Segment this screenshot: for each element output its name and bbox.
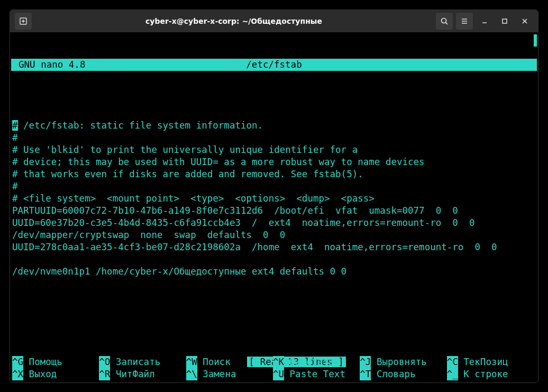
close-button[interactable] (516, 13, 533, 30)
shortcut-bar: ^GПомощь^XВыход^OЗаписать^RЧитФайл^WПоис… (12, 356, 534, 380)
nano-header: /etc/fstab GNU nano 4.8 (11, 59, 537, 71)
svg-point-3 (442, 18, 446, 23)
shortcut-key: ^G (12, 356, 23, 368)
editor-line[interactable]: /dev/mapper/cryptswap none swap defaults… (11, 229, 537, 241)
shortcut-label: Замена (197, 368, 236, 380)
shortcut-item: ^KВырезать (273, 356, 360, 368)
editor-line[interactable]: PARTUUID=60007c72-7b10-47b6-a149-8f0e7c3… (11, 205, 537, 217)
svg-rect-9 (503, 19, 507, 23)
nano-status-row: [ Read 13 lines ] (11, 344, 537, 356)
shortcut-key: ^J (360, 356, 371, 368)
window-title: cyber-x@cyber-x-corp: ~/Общедоступные (33, 17, 434, 25)
shortcut-key: ^R (99, 368, 110, 380)
svg-line-4 (446, 22, 448, 24)
shortcut-label: ТекПозиц (458, 356, 508, 368)
new-tab-button[interactable] (15, 13, 32, 30)
editor-content[interactable]: # /etc/fstab: static file system informa… (11, 120, 537, 278)
shortcut-key: ^X (12, 368, 23, 380)
shortcut-label: К строке (458, 368, 508, 380)
shortcut-label: Помощь (23, 356, 62, 368)
shortcut-key: ^U (273, 368, 284, 380)
shortcut-label: Словарь (371, 368, 415, 380)
search-button[interactable] (436, 13, 453, 30)
cursor: # (12, 120, 18, 131)
shortcut-item: ^GПомощь (12, 356, 99, 368)
titlebar: cyber-x@cyber-x-corp: ~/Общедоступные (10, 10, 538, 32)
terminal-window: cyber-x@cyber-x-corp: ~/Общедоступные /e… (10, 10, 538, 383)
shortcut-item: ^TСловарь (360, 368, 446, 380)
shortcut-item: ^CТекПозиц (447, 356, 534, 368)
editor-line[interactable]: UUID=60e37b20-c3e5-4b4d-8435-c6fa91ccb4e… (11, 217, 537, 229)
minimize-button[interactable] (476, 13, 493, 30)
editor-line[interactable]: # Use 'blkid' to print the universally u… (11, 144, 537, 156)
shortcut-label: ЧитФайл (110, 368, 154, 380)
editor-line[interactable]: # /etc/fstab: static file system informa… (11, 120, 537, 132)
shortcut-key: ^W (186, 356, 197, 368)
shortcut-item: ^JВыровнять (360, 356, 446, 368)
shortcut-item: ^OЗаписать (99, 356, 186, 368)
shortcut-item: ^\Замена (186, 368, 273, 380)
shortcut-key: ^_ (447, 368, 458, 380)
editor-line[interactable]: # (11, 180, 537, 193)
shortcut-item: ^UPaste Text (273, 368, 360, 380)
shortcut-key: ^C (447, 356, 458, 368)
shortcut-item: ^_К строке (447, 368, 534, 380)
shortcut-key: ^\ (186, 368, 197, 380)
editor-line[interactable]: # <file system> <mount point> <type> <op… (11, 193, 537, 205)
nano-filename: /etc/fstab (11, 59, 537, 71)
shortcut-label: Выровнять (371, 356, 426, 368)
editor-line[interactable]: # device; this may be used with UUID= as… (11, 156, 537, 168)
shortcut-item: ^XВыход (12, 368, 99, 380)
shortcut-label: Поиск (197, 356, 231, 368)
scrollbar-thumb[interactable] (534, 34, 537, 47)
shortcut-label: Paste Text (284, 368, 345, 380)
terminal-area[interactable]: /etc/fstab GNU nano 4.8 # /etc/fstab: st… (10, 32, 538, 382)
editor-line[interactable]: UUID=278c0aa1-ae35-4cf3-be07-d28c2198602… (11, 241, 537, 253)
maximize-button[interactable] (496, 13, 513, 30)
shortcut-label: Выход (23, 368, 57, 380)
editor-line[interactable]: # that works even if disks are added and… (11, 168, 537, 180)
shortcut-label: Вырезать (284, 356, 334, 368)
shortcut-item: ^WПоиск (186, 356, 273, 368)
editor-line[interactable] (11, 253, 537, 266)
editor-line[interactable]: /dev/nvme0n1p1 /home/cyber-x/Общедоступн… (11, 266, 537, 278)
shortcut-key: ^K (273, 356, 284, 368)
editor-line[interactable]: # (11, 132, 537, 144)
shortcut-item: ^RЧитФайл (99, 368, 186, 380)
shortcut-key: ^O (99, 356, 110, 368)
shortcut-key: ^T (360, 368, 371, 380)
shortcut-label: Записать (110, 356, 160, 368)
menu-button[interactable] (456, 13, 473, 30)
